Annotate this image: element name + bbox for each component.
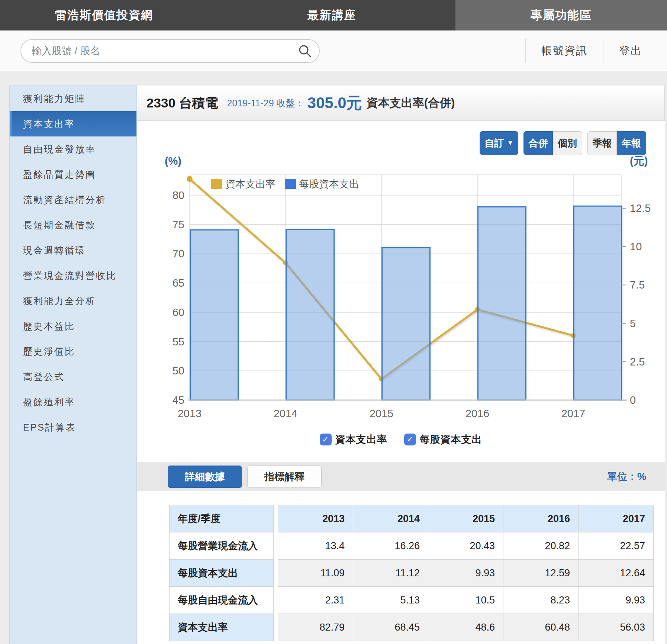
table-cell: 68.45 [353, 614, 428, 641]
search-icon[interactable] [298, 44, 312, 58]
svg-text:每股資本支出: 每股資本支出 [299, 178, 359, 190]
series-checkbox-label: 資本支出率 [335, 433, 387, 446]
table-cell: 13.4 [278, 532, 353, 560]
table-cell: 82.79 [278, 614, 353, 641]
svg-text:50: 50 [173, 365, 184, 377]
table-cell: 60.48 [503, 614, 579, 641]
sidebar-item-12[interactable]: 高登公式 [10, 364, 136, 389]
top-navigation: 雷浩斯價值投資網最新講座專屬功能區 [0, 0, 667, 30]
svg-text:(元): (元) [630, 155, 648, 167]
svg-text:45: 45 [173, 394, 184, 406]
table-row-label: 每股自由現金流入 [169, 586, 274, 614]
svg-text:2016: 2016 [465, 408, 490, 419]
svg-text:7.5: 7.5 [630, 279, 645, 291]
nav-tab-3[interactable]: 專屬功能區 [455, 0, 667, 30]
table-year-header: 2017 [578, 505, 654, 532]
svg-text:12.5: 12.5 [630, 202, 651, 214]
table-cell: 12.64 [578, 559, 654, 587]
svg-text:10: 10 [630, 241, 642, 252]
data-table-section: 年度/季度20132014201520162017每股營業現金流入13.416.… [137, 491, 665, 644]
page-title: 資本支出率(合併) [367, 95, 455, 111]
svg-text:資本支出率: 資本支出率 [225, 178, 276, 190]
svg-text:65: 65 [173, 277, 184, 289]
sidebar-item-5[interactable]: 流動資產結構分析 [10, 187, 136, 212]
svg-text:2014: 2014 [274, 408, 298, 419]
series-checkbox-label: 每股資本支出 [420, 433, 482, 446]
table-year-header: 2015 [428, 505, 503, 532]
stock-search [20, 39, 320, 63]
checkbox-checked-icon: ✓ [404, 434, 416, 445]
sidebar-item-2[interactable]: 資本支出率 [10, 111, 136, 136]
table-cell: 22.57 [578, 532, 654, 560]
sidebar-item-1[interactable]: 獲利能力矩陣 [10, 86, 136, 111]
nav-tab-1[interactable]: 雷浩斯價值投資網 [0, 0, 208, 30]
checkbox-checked-icon: ✓ [320, 434, 332, 445]
table-row-label: 每股營業現金流入 [169, 532, 274, 560]
table-year-header: 2016 [503, 505, 579, 532]
unit-label: 單位：% [607, 470, 646, 483]
table-cell: 9.93 [428, 559, 503, 587]
table-cell: 20.82 [503, 532, 579, 560]
table-cell: 56.03 [578, 614, 654, 641]
table-row: 每股資本支出11.0911.129.9312.5912.64 [169, 559, 665, 587]
series-checkbox-row: ✓資本支出率✓每股資本支出 [137, 433, 665, 446]
sidebar-item-9[interactable]: 獲利能力全分析 [10, 288, 136, 313]
table-row-label: 每股資本支出 [169, 559, 274, 587]
content-area: 獲利能力矩陣資本支出率自由現金發放率盈餘品質走勢圖流動資產結構分析長短期金融借款… [0, 71, 667, 644]
svg-text:55: 55 [173, 336, 184, 348]
table-row: 每股自由現金流入2.315.1310.58.239.93 [169, 586, 665, 614]
table-cell: 5.13 [353, 586, 428, 614]
svg-text:80: 80 [173, 189, 184, 201]
detail-toolbar: 詳細數據 指標解釋 單位：% [137, 462, 665, 491]
table-cell: 2.31 [278, 586, 353, 614]
svg-text:2013: 2013 [178, 408, 202, 419]
main-panel: 2330 台積電 2019-11-29 收盤： 305.0元 資本支出率(合併)… [137, 86, 665, 644]
search-input[interactable] [20, 39, 320, 63]
table-row: 資本支出率82.7968.4548.660.4856.03 [169, 614, 665, 641]
sidebar-menu: 獲利能力矩陣資本支出率自由現金發放率盈餘品質走勢圖流動資產結構分析長短期金融借款… [9, 86, 137, 644]
sidebar-item-6[interactable]: 長短期金融借款 [10, 212, 136, 238]
table-cell: 11.09 [278, 559, 353, 587]
sidebar-item-8[interactable]: 營業現金流對營收比 [10, 263, 136, 288]
stock-title: 2330 台積電 [146, 94, 218, 112]
sidebar-item-4[interactable]: 盈餘品質走勢圖 [10, 162, 136, 187]
svg-text:(%): (%) [165, 155, 181, 167]
table-cell: 12.59 [503, 559, 579, 587]
table-header-row: 年度/季度20132014201520162017 [169, 505, 665, 532]
svg-text:2017: 2017 [561, 408, 586, 419]
account-info-link[interactable]: 帳號資訊 [526, 39, 603, 63]
nav-tab-2[interactable]: 最新講座 [208, 0, 455, 30]
svg-text:2015: 2015 [370, 408, 394, 419]
series-checkbox-1[interactable]: ✓資本支出率 [320, 433, 387, 446]
series-checkbox-2[interactable]: ✓每股資本支出 [404, 433, 482, 446]
svg-text:2.5: 2.5 [630, 356, 645, 368]
top-bar: 帳號資訊登出 [0, 30, 667, 71]
sidebar-item-3[interactable]: 自由現金發放率 [10, 136, 136, 162]
table-cell: 9.93 [578, 586, 654, 614]
sidebar-item-10[interactable]: 歷史本益比 [10, 313, 136, 339]
table-cell: 20.43 [428, 532, 503, 560]
sidebar-item-14[interactable]: EPS計算表 [10, 415, 136, 440]
logout-link[interactable]: 登出 [603, 39, 658, 63]
sidebar-item-11[interactable]: 歷史淨值比 [10, 339, 136, 364]
svg-text:75: 75 [173, 219, 184, 231]
table-row: 每股營業現金流入13.416.2620.4320.8222.57 [169, 532, 665, 560]
close-price: 305.0元 [307, 93, 362, 113]
sidebar-item-7[interactable]: 現金週轉循環 [10, 238, 136, 263]
sidebar-item-13[interactable]: 盈餘殖利率 [10, 389, 136, 415]
table-year-header: 2014 [353, 505, 428, 532]
table-cell: 8.23 [503, 586, 579, 614]
table-corner-header: 年度/季度 [169, 505, 274, 532]
svg-text:70: 70 [173, 248, 184, 260]
chart-section: 自訂 ▼ 合併個別 季報年報 02.557.51012.545505560657… [137, 121, 665, 462]
account-links: 帳號資訊登出 [525, 39, 658, 63]
table-cell: 11.12 [353, 559, 428, 587]
indicator-explain-button[interactable]: 指標解釋 [247, 466, 322, 488]
table-cell: 10.5 [428, 586, 503, 614]
page-header: 2330 台積電 2019-11-29 收盤： 305.0元 資本支出率(合併) [137, 86, 665, 121]
svg-text:0: 0 [630, 394, 636, 406]
detail-data-button[interactable]: 詳細數據 [168, 466, 242, 488]
table-cell: 48.6 [428, 614, 503, 641]
svg-text:5: 5 [630, 318, 636, 329]
table-year-header: 2013 [278, 505, 353, 532]
